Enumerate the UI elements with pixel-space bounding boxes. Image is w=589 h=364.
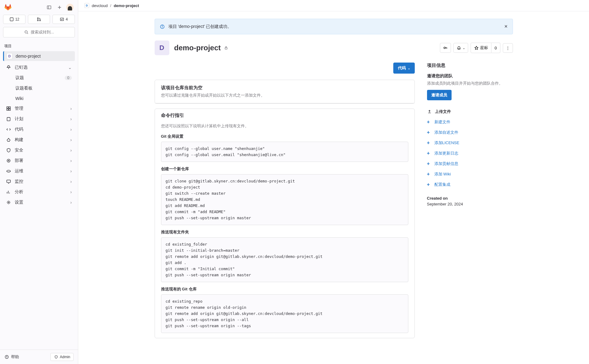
svg-point-26 <box>8 202 9 203</box>
project-name: demo-project <box>16 54 41 59</box>
issues-badge: 0 <box>65 76 72 80</box>
chevron-down-icon: ⌄ <box>463 46 465 50</box>
code-create-new[interactable]: git clone git@gitlab.skyner.cn:devcloud/… <box>161 174 408 225</box>
svg-rect-13 <box>7 109 8 110</box>
nav-monitor[interactable]: 监控› <box>3 176 75 187</box>
nav-settings[interactable]: 设置› <box>3 197 75 208</box>
star-button[interactable]: 星标 <box>471 43 491 53</box>
invite-members-button[interactable]: 邀请成员 <box>427 90 452 100</box>
collapse-sidebar-icon[interactable] <box>45 4 53 11</box>
gitlab-logo-icon[interactable] <box>4 4 12 11</box>
chart-icon <box>6 190 11 194</box>
deploy-icon <box>6 158 11 163</box>
plus-icon: + <box>427 161 431 167</box>
nav-issues[interactable]: 议题0 <box>13 73 75 83</box>
main-content: D devcloud / demo-project 项目 'demo-proje… <box>78 0 589 364</box>
star-count[interactable]: 0 <box>491 43 500 53</box>
code-dropdown-button[interactable]: 代码⌄ <box>393 63 415 74</box>
nav-operate[interactable]: 运维› <box>3 166 75 176</box>
svg-rect-4 <box>10 18 13 21</box>
success-alert: 项目 'demo-project' 已创建成功。 × <box>155 19 513 34</box>
search-icon <box>24 30 29 35</box>
operate-icon <box>6 169 11 174</box>
nav-build[interactable]: 构建› <box>3 135 75 145</box>
project-avatar: D <box>6 53 13 59</box>
nav-manage[interactable]: 管理› <box>3 103 75 114</box>
manage-icon <box>6 106 11 111</box>
sidebar-header <box>0 0 78 15</box>
section-push-repo-title: 推送现有的 Git 仓库 <box>161 286 408 292</box>
user-avatar[interactable] <box>66 4 74 11</box>
close-icon[interactable]: × <box>504 23 508 30</box>
created-date: September 20, 2024 <box>427 202 513 206</box>
created-label: Created on <box>427 196 513 201</box>
svg-rect-21 <box>7 180 10 182</box>
side-column: 项目信息 邀请您的团队 添加成员到此项目并开始与您的团队合作。 邀请成员 上传文… <box>427 63 513 343</box>
action-add-contributing[interactable]: +添加贡献信息 <box>427 159 513 169</box>
bell-icon <box>456 45 461 50</box>
nav-analyze[interactable]: 分析› <box>3 187 75 197</box>
pin-icon <box>6 65 11 70</box>
admin-button[interactable]: Admin <box>50 353 74 361</box>
sidebar: 12 4 搜索或转到... 项目 D demo-project 已钉选 ⌄ 议题… <box>0 0 78 364</box>
issues-count-button[interactable]: 12 <box>3 15 25 24</box>
upload-note: 您还可以按照以下说明从计算机中上传现有文件。 <box>161 123 408 129</box>
nav-secure[interactable]: 安全› <box>3 145 75 155</box>
main-column: 代码⌄ 该项目仓库当前为空 您可以通过克隆仓库开始或开始以以下方式之一添加文件。… <box>155 63 415 343</box>
page-title: demo-project <box>174 44 228 52</box>
breadcrumb-project[interactable]: demo-project <box>114 3 139 8</box>
svg-rect-15 <box>7 117 10 121</box>
action-add-changelog[interactable]: +添加更新日志 <box>427 148 513 159</box>
action-new-file[interactable]: +新建文件 <box>427 117 513 127</box>
action-add-license[interactable]: +添加LICENSE <box>427 138 513 148</box>
svg-rect-11 <box>7 107 8 108</box>
todo-icon <box>60 17 64 22</box>
svg-point-19 <box>8 160 9 161</box>
nav-plan[interactable]: 计划› <box>3 114 75 124</box>
build-icon <box>6 137 11 142</box>
plus-icon: + <box>427 151 431 156</box>
code-git-global[interactable]: git config --global user.name "shenhuanj… <box>161 142 408 162</box>
sidebar-project[interactable]: D demo-project <box>3 51 75 61</box>
plus-icon: + <box>427 182 431 187</box>
action-configure-integrations[interactable]: +配置集成 <box>427 179 513 190</box>
code-push-repo[interactable]: cd existing_repo git remote rename origi… <box>161 294 408 333</box>
kebab-icon: ⋮ <box>506 46 510 50</box>
section-push-folder-title: 推送现有文件夹 <box>161 229 408 235</box>
plus-icon[interactable] <box>56 4 63 11</box>
nav-code[interactable]: 代码› <box>3 124 75 135</box>
chevron-down-icon: ⌄ <box>68 65 72 70</box>
help-button[interactable]: 帮助 <box>4 354 19 360</box>
nav-boards[interactable]: 议题看板 <box>13 83 75 94</box>
svg-rect-0 <box>47 6 51 9</box>
search-input[interactable]: 搜索或转到... <box>3 27 75 37</box>
project-header: D demo-project ⌄ 星标 0 ⋮ <box>155 40 513 55</box>
action-add-readme[interactable]: +添加自述文件 <box>427 127 513 138</box>
project-header-avatar: D <box>155 40 169 55</box>
notifications-button[interactable]: ⌄ <box>453 43 468 53</box>
chevron-right-icon: › <box>70 106 72 111</box>
plan-icon <box>6 117 11 121</box>
action-add-wiki[interactable]: +添加 Wiki <box>427 169 513 179</box>
svg-point-9 <box>25 31 27 33</box>
cli-title: 命令行指引 <box>155 109 414 118</box>
breadcrumb-group[interactable]: devcloud <box>92 3 108 8</box>
lock-icon <box>224 46 228 50</box>
shield-icon <box>6 148 11 153</box>
nav-pinned[interactable]: 已钉选 ⌄ <box>3 62 75 73</box>
svg-point-18 <box>7 159 10 162</box>
svg-point-7 <box>40 20 41 21</box>
star-icon <box>474 45 479 50</box>
merge-request-icon <box>37 17 41 22</box>
help-icon <box>4 354 9 359</box>
svg-point-32 <box>444 47 445 48</box>
nav-deploy[interactable]: 部署› <box>3 155 75 166</box>
todos-count-button[interactable]: 4 <box>52 15 75 24</box>
nav-wiki[interactable]: Wiki <box>13 94 75 103</box>
svg-line-10 <box>27 33 28 34</box>
sidebar-nav: 已钉选 ⌄ 议题0 议题看板 Wiki 管理› 计划› 代码› 构建› 安全› … <box>0 61 78 350</box>
code-push-folder[interactable]: cd existing_folder git init --initial-br… <box>161 237 408 282</box>
more-actions-button[interactable]: ⋮ <box>503 43 513 53</box>
ssh-key-button[interactable] <box>440 43 451 53</box>
mrs-count-button[interactable] <box>28 15 50 24</box>
